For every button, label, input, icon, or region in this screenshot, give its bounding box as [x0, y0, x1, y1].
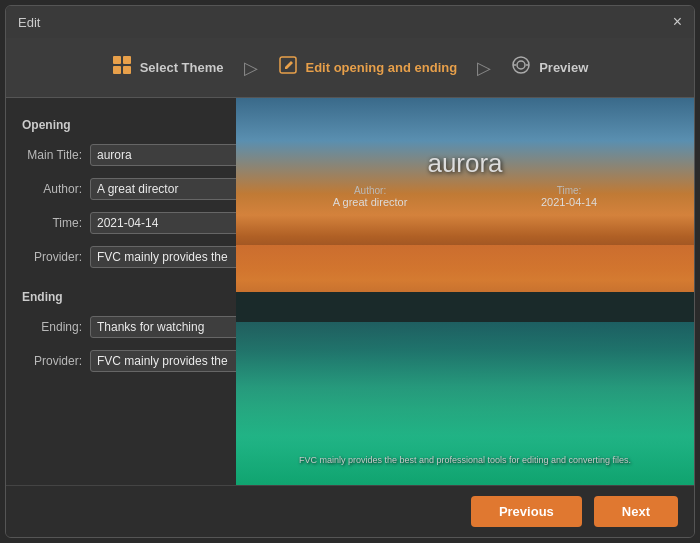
wizard-step-select-theme[interactable]: Select Theme — [100, 49, 236, 86]
time-val-label: 2021-04-14 — [541, 196, 597, 208]
author-input[interactable] — [90, 178, 236, 200]
svg-rect-2 — [113, 66, 121, 74]
wizard-sep-1: ▷ — [244, 57, 258, 79]
preview-panel: aurora Author: A great director Time: 20… — [236, 98, 694, 485]
main-title-label: Main Title: — [22, 148, 82, 162]
author-val-label: A great director — [333, 196, 408, 208]
svg-point-5 — [517, 61, 525, 69]
preview-icon — [511, 55, 531, 80]
ending-row: Ending: — [22, 316, 220, 338]
footer-bar: Previous Next — [6, 485, 694, 537]
provider-ending-input[interactable] — [90, 350, 236, 372]
wizard-step-label-theme: Select Theme — [140, 60, 224, 75]
edit-icon — [278, 55, 298, 80]
wizard-bar: Select Theme ▷ Edit opening and ending ▷ — [6, 38, 694, 98]
author-label: Author: — [22, 182, 82, 196]
theme-icon — [112, 55, 132, 80]
time-row: Time: — [22, 212, 220, 234]
main-title-input[interactable] — [90, 144, 236, 166]
ending-input[interactable] — [90, 316, 236, 338]
next-button[interactable]: Next — [594, 496, 678, 527]
preview-overlay: aurora Author: A great director Time: 20… — [236, 98, 694, 485]
preview-footer-text: FVC mainly provides the best and profess… — [266, 445, 664, 465]
author-row: Author: — [22, 178, 220, 200]
content-area: Opening Main Title: Author: Time: Provid… — [6, 98, 694, 485]
author-key-label: Author: — [354, 185, 386, 196]
svg-rect-1 — [123, 56, 131, 64]
preview-meta-author: Author: A great director — [333, 185, 408, 208]
wizard-step-preview[interactable]: Preview — [499, 49, 600, 86]
ending-label: Ending: — [22, 320, 82, 334]
window-title: Edit — [18, 15, 40, 30]
titlebar: Edit × — [6, 6, 694, 38]
time-label: Time: — [22, 216, 82, 230]
left-panel: Opening Main Title: Author: Time: Provid… — [6, 98, 236, 485]
opening-section-label: Opening — [22, 118, 220, 132]
provider-ending-label: Provider: — [22, 354, 82, 368]
ending-section-label: Ending — [22, 290, 220, 304]
preview-meta: Author: A great director Time: 2021-04-1… — [266, 185, 664, 208]
provider-opening-row: Provider: — [22, 246, 220, 268]
provider-opening-input[interactable] — [90, 246, 236, 268]
wizard-step-edit[interactable]: Edit opening and ending — [266, 49, 470, 86]
time-key-label: Time: — [557, 185, 582, 196]
previous-button[interactable]: Previous — [471, 496, 582, 527]
svg-rect-0 — [113, 56, 121, 64]
provider-ending-row: Provider: — [22, 350, 220, 372]
preview-meta-time: Time: 2021-04-14 — [541, 185, 597, 208]
preview-title: aurora — [427, 148, 502, 179]
wizard-sep-2: ▷ — [477, 57, 491, 79]
preview-top-block: aurora Author: A great director Time: 20… — [266, 128, 664, 208]
provider-opening-label: Provider: — [22, 250, 82, 264]
wizard-step-label-preview: Preview — [539, 60, 588, 75]
svg-rect-3 — [123, 66, 131, 74]
wizard-step-label-edit: Edit opening and ending — [306, 60, 458, 75]
edit-window: Edit × Select Theme ▷ — [5, 5, 695, 538]
time-input[interactable] — [90, 212, 236, 234]
close-button[interactable]: × — [673, 14, 682, 30]
main-title-row: Main Title: — [22, 144, 220, 166]
